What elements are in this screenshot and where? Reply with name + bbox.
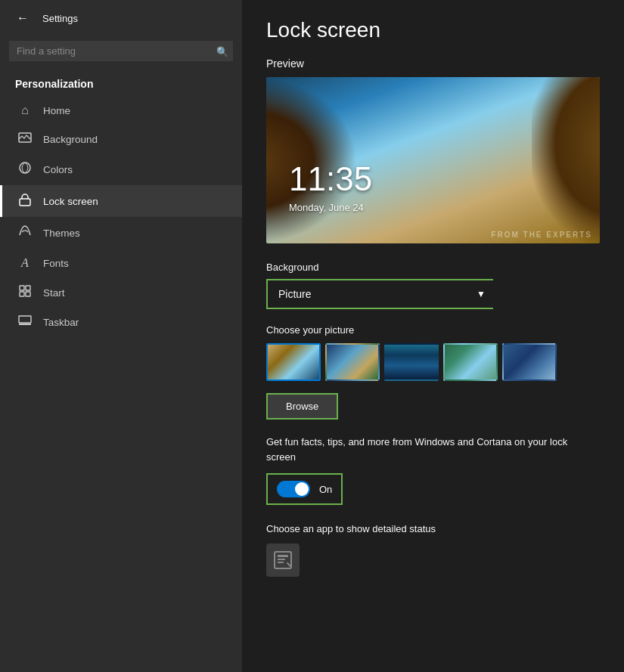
svg-rect-3 <box>20 286 24 290</box>
background-label: Background <box>266 262 600 273</box>
sidebar-item-home[interactable]: ⌂ Home <box>0 96 242 125</box>
picture-grid <box>266 343 600 381</box>
sidebar-item-themes[interactable]: Themes <box>0 217 242 249</box>
picture-thumb-3[interactable] <box>384 343 439 381</box>
svg-rect-12 <box>278 562 284 563</box>
preview-label: Preview <box>266 57 600 70</box>
sidebar-item-home-label: Home <box>43 105 70 116</box>
search-icon[interactable]: 🔍 <box>216 45 228 57</box>
svg-rect-11 <box>278 559 285 560</box>
sidebar-item-fonts[interactable]: A Fonts <box>0 249 242 277</box>
detailed-status-label: Choose an app to show detailed status <box>266 523 600 534</box>
sidebar-item-background-label: Background <box>43 134 98 145</box>
sidebar-item-background[interactable]: Background <box>0 125 242 153</box>
toggle-knob <box>295 482 309 496</box>
back-button[interactable]: ← <box>12 8 33 29</box>
preview-time: 11:35 <box>289 160 372 198</box>
sidebar-nav: ⌂ Home Background Colors <box>0 96 242 336</box>
sidebar: ← Settings 🔍 Personalization ⌂ Home Back… <box>0 0 242 672</box>
sidebar-item-themes-label: Themes <box>43 228 80 239</box>
detailed-status-app-icon[interactable] <box>266 543 300 577</box>
background-dropdown[interactable]: Windows spotlight Picture Slideshow <box>268 280 495 308</box>
search-bar-container: 🔍 <box>9 41 233 61</box>
taskbar-icon <box>17 315 33 329</box>
picture-thumb-4[interactable] <box>443 343 498 381</box>
svg-rect-6 <box>26 292 30 296</box>
sidebar-item-colors[interactable]: Colors <box>0 153 242 185</box>
fonts-icon: A <box>17 256 33 270</box>
svg-rect-4 <box>26 286 30 290</box>
choose-picture-label: Choose your picture <box>266 324 600 336</box>
toggle-on-label: On <box>319 484 332 495</box>
background-form-group: Background Windows spotlight Picture Sli… <box>266 262 600 309</box>
svg-rect-2 <box>20 199 30 206</box>
sidebar-section-label: Personalization <box>0 70 242 96</box>
main-content: Lock screen Preview 11:35 Monday, June 2… <box>242 0 624 672</box>
preview-date: Monday, June 24 <box>289 202 364 213</box>
svg-rect-10 <box>278 555 288 557</box>
watermark: FROM THE EXPERTS <box>491 231 592 239</box>
svg-point-1 <box>20 163 30 173</box>
search-input[interactable] <box>9 41 233 61</box>
arch-right-decoration <box>532 77 600 243</box>
sidebar-item-fonts-label: Fonts <box>43 258 69 269</box>
picture-thumb-1[interactable] <box>266 343 321 381</box>
browse-button[interactable]: Browse <box>268 395 337 418</box>
colors-icon <box>17 161 33 178</box>
themes-icon <box>17 225 33 241</box>
svg-rect-7 <box>19 316 31 323</box>
sidebar-item-start-label: Start <box>43 287 65 299</box>
sidebar-header: ← Settings <box>0 0 242 36</box>
sidebar-item-lock-screen[interactable]: Lock screen <box>0 185 242 217</box>
picture-thumb-5[interactable] <box>502 343 557 381</box>
home-icon: ⌂ <box>17 104 33 117</box>
svg-rect-8 <box>19 324 31 325</box>
fun-facts-text: Get fun facts, tips, and more from Windo… <box>266 435 599 464</box>
sidebar-item-lock-screen-label: Lock screen <box>43 196 98 207</box>
sidebar-item-start[interactable]: Start <box>0 277 242 308</box>
svg-rect-5 <box>20 292 24 296</box>
browse-wrapper: Browse <box>266 393 338 420</box>
start-icon <box>17 285 33 300</box>
sidebar-item-taskbar-label: Taskbar <box>43 317 79 328</box>
sidebar-item-taskbar[interactable]: Taskbar <box>0 308 242 336</box>
lock-screen-preview: 11:35 Monday, June 24 FROM THE EXPERTS <box>266 77 600 243</box>
page-title: Lock screen <box>266 18 600 42</box>
sidebar-item-colors-label: Colors <box>43 164 73 175</box>
lock-screen-icon <box>17 193 33 209</box>
background-dropdown-wrapper: Windows spotlight Picture Slideshow ▼ <box>266 279 493 309</box>
background-dropdown-container: Windows spotlight Picture Slideshow ▼ <box>268 280 495 308</box>
picture-thumb-2[interactable] <box>325 343 380 381</box>
toggle-wrapper: On <box>266 473 343 505</box>
toggle-row: On <box>268 475 341 503</box>
background-icon <box>17 132 33 146</box>
fun-facts-toggle[interactable] <box>277 481 310 497</box>
sidebar-title: Settings <box>42 13 78 24</box>
